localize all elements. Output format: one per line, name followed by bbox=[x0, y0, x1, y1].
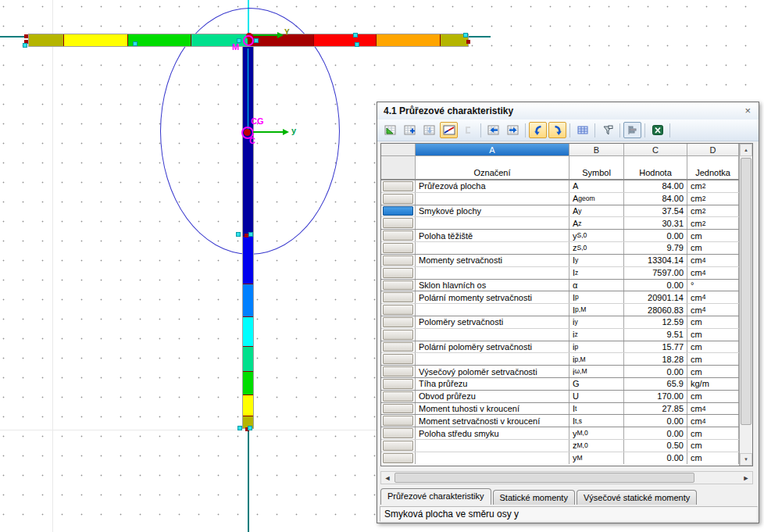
cell-value[interactable]: 0.00 bbox=[624, 280, 687, 291]
cell-value[interactable]: 27.85 bbox=[624, 403, 687, 415]
row-selector-button[interactable] bbox=[383, 441, 413, 451]
cell-unit[interactable]: cm4 bbox=[687, 255, 739, 266]
filter-icon[interactable] bbox=[598, 122, 616, 138]
row-selector-button[interactable] bbox=[383, 218, 413, 228]
cell-unit[interactable]: cm4 bbox=[687, 291, 739, 303]
cell-symbol[interactable]: Az bbox=[569, 217, 624, 229]
cell-unit[interactable]: cm bbox=[687, 452, 739, 464]
cell-symbol[interactable]: α bbox=[569, 280, 624, 291]
cell-unit[interactable]: cm2 bbox=[687, 180, 739, 192]
selection-handle[interactable] bbox=[236, 232, 241, 237]
tab-1[interactable]: Průřezové charakteristiky bbox=[380, 488, 491, 505]
cell-label[interactable]: Obvod průřezu bbox=[416, 391, 569, 402]
selection-handle[interactable] bbox=[355, 42, 359, 47]
cell-label[interactable]: Polární momenty setrvačnosti bbox=[416, 291, 569, 303]
cell-symbol[interactable]: ip,M bbox=[569, 353, 624, 365]
cell-symbol[interactable]: It bbox=[569, 403, 624, 415]
edit-table-icon[interactable] bbox=[401, 122, 419, 138]
cell-symbol[interactable]: yS,0 bbox=[569, 230, 624, 241]
cell-unit[interactable]: cm bbox=[687, 353, 739, 365]
row-selector-button[interactable] bbox=[383, 181, 413, 191]
horizontal-scrollbar[interactable]: ◄ ► bbox=[380, 471, 753, 484]
row-selector-button[interactable] bbox=[383, 305, 413, 315]
cell-label[interactable]: Sklon hlavních os bbox=[416, 280, 569, 291]
column-header-C[interactable]: C bbox=[624, 144, 687, 156]
cell-label[interactable]: Moment tuhosti v kroucení bbox=[416, 403, 569, 415]
row-selector-button[interactable] bbox=[383, 391, 413, 402]
cell-unit[interactable]: cm bbox=[687, 427, 739, 439]
row-selector-button[interactable] bbox=[383, 255, 413, 266]
selection-handle[interactable] bbox=[23, 43, 27, 48]
cell-label[interactable]: Smykové plochy bbox=[416, 205, 569, 217]
cell-value[interactable]: 84.00 bbox=[624, 193, 687, 205]
selection-handle[interactable] bbox=[254, 38, 259, 43]
next-table-icon[interactable] bbox=[504, 122, 522, 138]
section-node[interactable] bbox=[466, 40, 470, 44]
cell-unit[interactable]: cm2 bbox=[687, 193, 739, 205]
diagram-list-icon[interactable] bbox=[623, 122, 641, 138]
scroll-down-icon[interactable]: ▼ bbox=[740, 453, 752, 466]
cell-symbol[interactable]: It,s bbox=[569, 415, 624, 427]
selection-handle[interactable] bbox=[248, 426, 252, 430]
cell-symbol[interactable]: Iy bbox=[569, 255, 624, 266]
cell-symbol[interactable]: ip bbox=[569, 341, 624, 353]
cell-symbol[interactable]: iy bbox=[569, 316, 624, 328]
export-excel-icon[interactable] bbox=[648, 122, 666, 138]
row-selector-button[interactable] bbox=[383, 317, 413, 327]
cell-label[interactable]: Tíha průřezu bbox=[416, 378, 569, 390]
row-selector-button[interactable] bbox=[383, 354, 413, 364]
previous-table-icon[interactable] bbox=[484, 122, 502, 138]
row-selector-button[interactable] bbox=[383, 243, 413, 253]
cell-unit[interactable]: cm bbox=[687, 242, 739, 254]
cell-symbol[interactable]: Ip bbox=[569, 291, 624, 303]
cell-value[interactable]: 0.00 bbox=[624, 230, 687, 241]
cell-label[interactable]: Polární poloměry setrvačnosti bbox=[416, 341, 569, 353]
row-selector-button[interactable] bbox=[383, 268, 413, 278]
cell-label[interactable] bbox=[416, 353, 569, 365]
cell-unit[interactable]: ° bbox=[687, 280, 739, 291]
row-selector-button[interactable] bbox=[383, 428, 413, 438]
scroll-left-icon[interactable]: ◄ bbox=[381, 472, 394, 484]
cell-value[interactable]: 0.00 bbox=[624, 366, 687, 377]
cell-label[interactable]: Momenty setrvačnosti bbox=[416, 255, 569, 266]
cell-unit[interactable]: cm2 bbox=[687, 217, 739, 229]
vertical-scrollbar[interactable]: ▲ ▼ bbox=[739, 144, 752, 466]
vertical-scroll-thumb[interactable] bbox=[741, 158, 752, 425]
row-selector-button[interactable] bbox=[383, 453, 413, 463]
cell-unit[interactable]: cm4 bbox=[687, 267, 739, 279]
row-selector-button-selected[interactable] bbox=[383, 206, 413, 216]
cell-value[interactable]: 170.00 bbox=[624, 391, 687, 402]
cell-unit[interactable]: cm4 bbox=[687, 415, 739, 427]
cell-symbol[interactable]: Ip,M bbox=[569, 304, 624, 316]
cell-value[interactable]: 9.79 bbox=[624, 242, 687, 254]
cell-unit[interactable]: cm4 bbox=[687, 304, 739, 316]
cell-symbol[interactable]: iω,M bbox=[569, 366, 624, 377]
cell-value[interactable]: 12.59 bbox=[624, 316, 687, 328]
rotate-left-icon[interactable] bbox=[529, 122, 547, 138]
column-header-D[interactable]: D bbox=[687, 144, 739, 156]
cell-value[interactable]: 28060.83 bbox=[624, 304, 687, 316]
row-selector-button[interactable] bbox=[383, 292, 413, 302]
selection-handle[interactable] bbox=[463, 33, 468, 37]
tab-2[interactable]: Statické momenty bbox=[493, 490, 575, 505]
print-table-icon[interactable] bbox=[381, 122, 399, 138]
cell-symbol[interactable]: iz bbox=[569, 329, 624, 341]
cell-symbol[interactable]: Iz bbox=[569, 267, 624, 279]
cell-value[interactable]: 0.00 bbox=[624, 452, 687, 464]
cell-symbol[interactable]: A bbox=[569, 180, 624, 192]
cell-value[interactable]: 18.28 bbox=[624, 353, 687, 365]
cell-value[interactable]: 7597.00 bbox=[624, 267, 687, 279]
column-header-B[interactable]: B bbox=[569, 144, 624, 156]
cell-value[interactable]: 13304.14 bbox=[624, 255, 687, 266]
cell-unit[interactable]: cm4 bbox=[687, 403, 739, 415]
cell-unit[interactable]: cm bbox=[687, 329, 739, 341]
column-header-A[interactable]: A bbox=[416, 144, 569, 156]
export-table-icon[interactable] bbox=[420, 122, 438, 138]
cell-value[interactable]: 20901.14 bbox=[624, 291, 687, 303]
cell-label[interactable] bbox=[416, 440, 569, 452]
cell-unit[interactable]: kg/m bbox=[687, 378, 739, 390]
cell-value[interactable]: 15.77 bbox=[624, 341, 687, 353]
tab-3[interactable]: Výsečové statické momenty bbox=[577, 490, 697, 505]
cell-value[interactable]: 84.00 bbox=[624, 180, 687, 192]
cell-label[interactable]: Poloha středu smyku bbox=[416, 427, 569, 439]
